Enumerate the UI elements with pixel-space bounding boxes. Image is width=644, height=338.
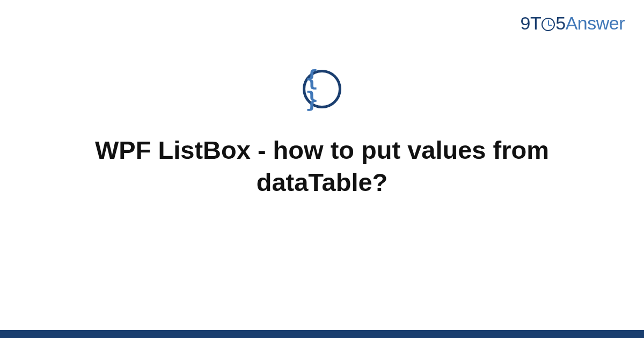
clock-icon: [541, 18, 555, 31]
main-content: { } WPF ListBox - how to put values from…: [0, 70, 644, 199]
code-braces-icon: { }: [305, 68, 339, 111]
logo-part-nine: 9: [521, 13, 530, 33]
question-title: WPF ListBox - how to put values from dat…: [54, 134, 590, 199]
footer-accent-bar: [0, 330, 644, 338]
logo-part-t: T: [530, 13, 541, 33]
logo-part-five: 5: [555, 13, 565, 33]
site-logo[interactable]: 9T5Answer: [521, 13, 625, 34]
topic-icon-container: { }: [303, 70, 341, 108]
logo-part-answer: Answer: [566, 13, 625, 33]
